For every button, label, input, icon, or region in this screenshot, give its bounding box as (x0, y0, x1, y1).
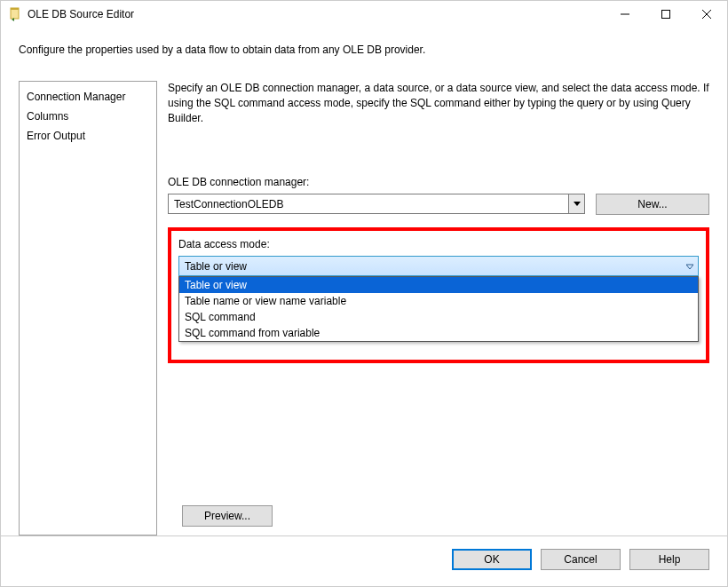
data-access-mode-value: Table or view (179, 260, 682, 273)
mode-option-table-name-variable[interactable]: Table name or view name variable (179, 293, 698, 309)
data-access-mode-label: Data access mode: (178, 238, 699, 250)
preview-button[interactable]: Preview... (182, 505, 273, 527)
conn-manager-dropdown-button[interactable] (568, 194, 584, 213)
content-area: Configure the properties used by a data … (1, 28, 727, 535)
svg-marker-7 (686, 265, 693, 269)
main-panel: Specify an OLE DB connection manager, a … (168, 81, 709, 535)
cancel-button[interactable]: Cancel (541, 549, 621, 570)
conn-manager-value: TestConnectionOLEDB (169, 198, 568, 210)
data-access-mode-dropdown-button[interactable] (682, 257, 698, 275)
svg-marker-6 (574, 202, 581, 206)
mode-option-sql-command-variable[interactable]: SQL command from variable (179, 325, 698, 341)
mode-option-sql-command[interactable]: SQL command (179, 309, 698, 325)
footer: OK Cancel Help (1, 535, 727, 586)
help-button[interactable]: Help (629, 549, 709, 570)
conn-manager-label: OLE DB connection manager: (168, 176, 709, 188)
svg-rect-1 (11, 8, 19, 10)
subtitle-text: Configure the properties used by a data … (19, 44, 709, 56)
sidebar-item-columns[interactable]: Columns (27, 107, 149, 126)
conn-manager-combo[interactable]: TestConnectionOLEDB (168, 194, 585, 214)
app-icon (8, 7, 22, 21)
window-title: OLE DB Source Editor (28, 8, 134, 20)
ok-button[interactable]: OK (452, 549, 532, 570)
data-access-mode-dropdown: Table or view Table name or view name va… (178, 276, 699, 342)
minimize-button[interactable] (605, 1, 645, 28)
close-button[interactable] (686, 1, 727, 28)
data-access-mode-combo[interactable]: Table or view Table or view Table name o… (178, 256, 699, 342)
sidebar: Connection Manager Columns Error Output (19, 81, 157, 535)
sidebar-item-connection-manager[interactable]: Connection Manager (27, 87, 149, 107)
instructions-text: Specify an OLE DB connection manager, a … (168, 81, 709, 126)
mode-option-table-or-view[interactable]: Table or view (179, 277, 698, 293)
titlebar: OLE DB Source Editor (1, 1, 727, 28)
new-connection-button[interactable]: New... (596, 194, 709, 215)
maximize-button[interactable] (645, 1, 686, 28)
sidebar-item-error-output[interactable]: Error Output (27, 126, 149, 146)
editor-window: OLE DB Source Editor Configure the prope… (0, 0, 728, 587)
data-access-highlight: Data access mode: Table or view Table or… (168, 227, 709, 363)
svg-rect-3 (662, 11, 670, 19)
